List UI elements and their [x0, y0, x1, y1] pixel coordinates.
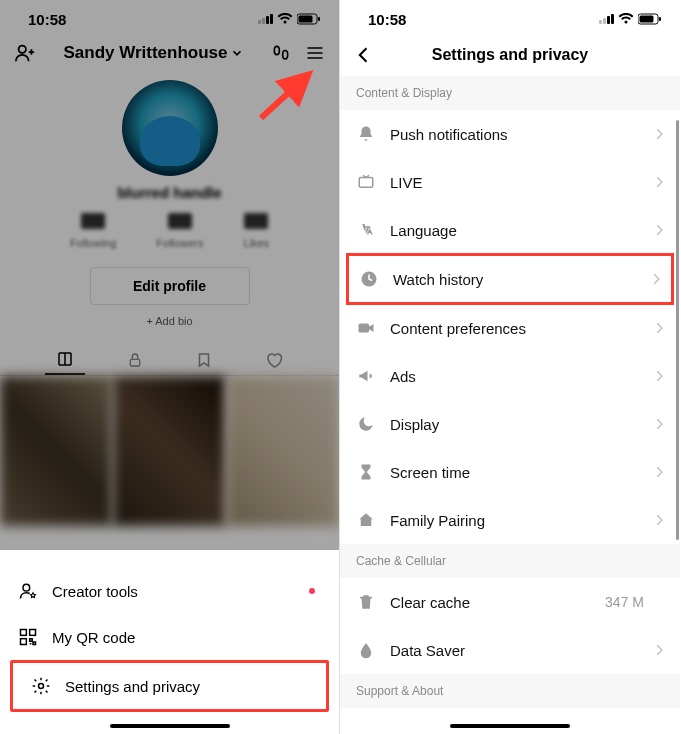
sheet-label: Creator tools: [52, 583, 138, 600]
stat-likes[interactable]: Likes: [243, 213, 269, 251]
chevron-right-icon: [652, 513, 666, 527]
battery-icon: [297, 13, 321, 25]
tab-saved[interactable]: [184, 345, 224, 375]
clock-icon: [359, 269, 379, 289]
svg-rect-1: [299, 16, 313, 23]
video-thumbnail[interactable]: [0, 376, 112, 526]
row-watch-history[interactable]: Watch history: [346, 253, 674, 305]
add-bio-button[interactable]: + Add bio: [0, 315, 339, 327]
wifi-icon: [277, 13, 293, 25]
row-label: Family Pairing: [390, 512, 485, 529]
gear-icon: [31, 676, 51, 696]
edit-profile-button[interactable]: Edit profile: [90, 267, 250, 305]
row-clear-cache[interactable]: Clear cache 347 M: [340, 578, 680, 626]
svg-rect-11: [21, 639, 27, 645]
chevron-down-icon: [230, 46, 244, 60]
profile-name: Sandy Writtenhouse: [63, 43, 227, 63]
svg-rect-9: [21, 630, 27, 636]
droplet-icon: [356, 640, 376, 660]
sheet-label: Settings and privacy: [65, 678, 200, 695]
row-label: Data Saver: [390, 642, 465, 659]
svg-rect-2: [318, 17, 320, 21]
section-support-about: Support & About: [340, 674, 680, 708]
chevron-right-icon: [652, 465, 666, 479]
cache-size: 347 M: [605, 594, 644, 610]
sheet-qr-code[interactable]: My QR code: [0, 614, 339, 660]
status-time: 10:58: [368, 11, 406, 28]
chevron-right-icon: [652, 321, 666, 335]
cellular-signal-icon: [258, 14, 273, 24]
megaphone-icon: [356, 366, 376, 386]
row-live[interactable]: LIVE: [340, 158, 680, 206]
row-language[interactable]: Language: [340, 206, 680, 254]
page-title: Settings and privacy: [432, 46, 589, 64]
row-data-saver[interactable]: Data Saver: [340, 626, 680, 674]
row-label: Clear cache: [390, 594, 470, 611]
username: blurred handle: [117, 184, 221, 201]
bell-icon: [356, 124, 376, 144]
stat-following[interactable]: Following: [70, 213, 116, 251]
battery-icon: [638, 13, 662, 25]
row-screen-time[interactable]: Screen time: [340, 448, 680, 496]
status-icons: [258, 13, 321, 25]
row-label: Ads: [390, 368, 416, 385]
video-grid: [0, 376, 339, 526]
chevron-right-icon: [652, 643, 666, 657]
svg-point-5: [283, 51, 288, 59]
row-label: Watch history: [393, 271, 483, 288]
svg-rect-6: [130, 359, 139, 366]
status-icons: [599, 13, 662, 25]
status-time: 10:58: [28, 11, 66, 28]
row-push-notifications[interactable]: Push notifications: [340, 110, 680, 158]
video-icon: [356, 318, 376, 338]
video-thumbnail[interactable]: [113, 376, 225, 526]
qr-code-icon: [18, 627, 38, 647]
home-icon: [356, 510, 376, 530]
svg-point-4: [274, 46, 279, 54]
cellular-signal-icon: [599, 14, 614, 24]
chevron-right-icon: [649, 272, 663, 286]
svg-point-12: [39, 684, 44, 689]
row-label: LIVE: [390, 174, 423, 191]
row-label: Content preferences: [390, 320, 526, 337]
home-indicator[interactable]: [110, 724, 230, 728]
sheet-creator-tools[interactable]: Creator tools: [0, 568, 339, 614]
section-content-display: Content & Display: [340, 76, 680, 110]
svg-point-3: [19, 46, 26, 53]
add-user-icon[interactable]: [14, 42, 36, 64]
video-thumbnail[interactable]: [227, 376, 339, 526]
home-indicator[interactable]: [450, 724, 570, 728]
back-button[interactable]: [354, 45, 374, 65]
wifi-icon: [618, 13, 634, 25]
row-label: Screen time: [390, 464, 470, 481]
person-star-icon: [18, 581, 38, 601]
footprints-icon[interactable]: [271, 43, 291, 63]
row-content-preferences[interactable]: Content preferences: [340, 304, 680, 352]
chevron-right-icon: [652, 223, 666, 237]
scrollbar[interactable]: [676, 120, 679, 540]
row-label: Push notifications: [390, 126, 508, 143]
sheet-settings-privacy[interactable]: Settings and privacy: [10, 660, 329, 712]
profile-name-dropdown[interactable]: Sandy Writtenhouse: [63, 43, 243, 63]
row-label: Display: [390, 416, 439, 433]
hamburger-menu-icon[interactable]: [305, 43, 325, 63]
trash-icon: [356, 592, 376, 612]
svg-rect-10: [30, 630, 36, 636]
chevron-right-icon: [652, 175, 666, 189]
row-family-pairing[interactable]: Family Pairing: [340, 496, 680, 544]
svg-rect-16: [359, 178, 373, 188]
row-label: Language: [390, 222, 457, 239]
avatar[interactable]: [122, 80, 218, 176]
svg-rect-15: [659, 17, 661, 21]
tab-liked[interactable]: [254, 345, 294, 375]
row-ads[interactable]: Ads: [340, 352, 680, 400]
tab-private[interactable]: [115, 345, 155, 375]
hourglass-icon: [356, 462, 376, 482]
svg-point-8: [23, 584, 30, 591]
row-display[interactable]: Display: [340, 400, 680, 448]
tab-grid[interactable]: [45, 345, 85, 375]
chevron-right-icon: [652, 417, 666, 431]
stat-followers[interactable]: Followers: [156, 213, 203, 251]
language-icon: [356, 220, 376, 240]
svg-rect-14: [640, 16, 654, 23]
